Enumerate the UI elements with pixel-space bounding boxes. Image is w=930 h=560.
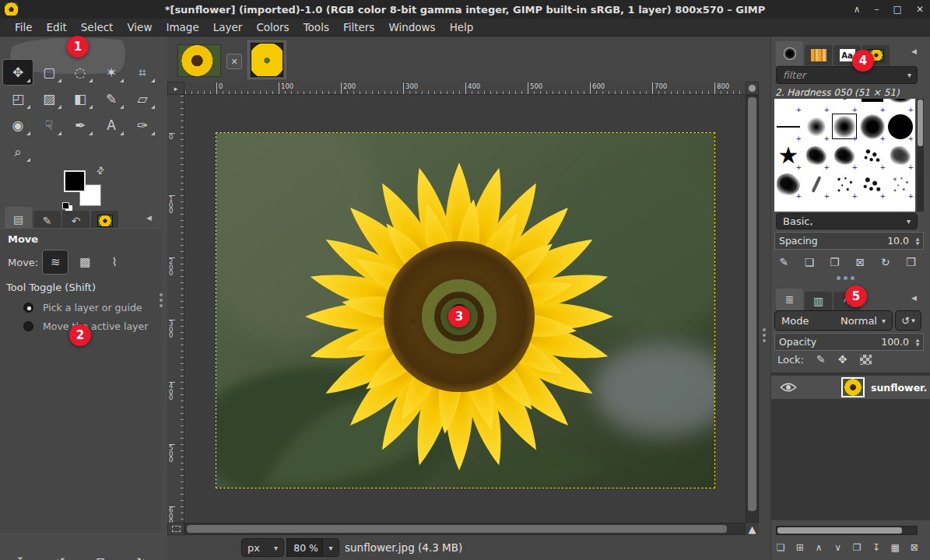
edit-brush-button[interactable]: ✎ bbox=[774, 253, 794, 271]
menu-filters[interactable]: Filters bbox=[336, 21, 381, 33]
image-tab-sunflower[interactable] bbox=[177, 44, 221, 77]
zoom-level-dropdown-button[interactable]: ▾ bbox=[322, 538, 339, 557]
paintbrush-tool-button[interactable]: ✎ bbox=[97, 86, 126, 111]
quick-mask-toggle-button[interactable] bbox=[167, 523, 184, 535]
new-brush-button[interactable]: ❏ bbox=[799, 253, 819, 271]
image-tab-active[interactable] bbox=[247, 40, 286, 79]
foreground-color-swatch[interactable] bbox=[64, 170, 86, 192]
tab-channels[interactable]: ▥ bbox=[805, 292, 832, 310]
menu-view[interactable]: View bbox=[120, 21, 159, 33]
shade-window-button[interactable]: ∧ bbox=[854, 0, 861, 19]
delete-brush-button[interactable]: ⊠ bbox=[850, 253, 870, 271]
lock-alpha-button[interactable] bbox=[860, 355, 872, 365]
layer-name[interactable]: sunflower. bbox=[871, 382, 927, 394]
navigation-button[interactable]: ▲ bbox=[746, 523, 759, 535]
brush-grid-scrollbar[interactable] bbox=[917, 99, 924, 212]
duplicate-layer-button[interactable]: ❐ bbox=[848, 538, 865, 557]
brush-thumbnail[interactable] bbox=[802, 112, 830, 141]
move-selection-option-button[interactable]: ▩ bbox=[72, 250, 97, 274]
brushes-dock-menu-button[interactable]: ◀ bbox=[911, 47, 917, 55]
menu-colors[interactable]: Colors bbox=[249, 21, 296, 33]
zoom-tool-button[interactable]: ⌕ bbox=[3, 139, 33, 164]
brush-thumbnail[interactable] bbox=[886, 141, 914, 170]
brush-thumbnail[interactable] bbox=[886, 99, 914, 112]
brush-thumbnail[interactable] bbox=[886, 112, 914, 141]
opacity-spinner[interactable]: ▲ ▼ bbox=[912, 334, 923, 350]
fuzzy-select-tool-button[interactable]: ✶ bbox=[97, 60, 126, 85]
opacity-control[interactable]: Opacity 100.0 ▲ ▼ bbox=[774, 333, 924, 351]
minimize-button[interactable]: – bbox=[875, 0, 879, 19]
brush-thumbnail[interactable] bbox=[830, 99, 858, 112]
brush-thumbnail[interactable] bbox=[802, 141, 830, 170]
layer-mode-select[interactable]: Mode Normal ▾ bbox=[774, 310, 893, 331]
chevron-down-icon[interactable]: ▾ bbox=[907, 71, 917, 79]
left-dock-resize-handle[interactable] bbox=[160, 293, 163, 296]
add-layer-mask-button[interactable]: ▦ bbox=[886, 538, 904, 557]
vertical-scrollbar[interactable] bbox=[746, 95, 759, 523]
duplicate-brush-button[interactable]: ❐ bbox=[825, 253, 845, 271]
open-brush-as-image-button[interactable]: ❒ bbox=[901, 253, 921, 271]
transform-tool-button[interactable]: ◰ bbox=[3, 86, 33, 111]
brush-thumbnail[interactable] bbox=[774, 112, 802, 141]
refresh-brushes-button[interactable]: ↻ bbox=[876, 253, 896, 271]
spin-down-icon[interactable]: ▼ bbox=[916, 342, 920, 347]
lower-layer-button[interactable]: ∨ bbox=[830, 538, 847, 557]
tab-layers[interactable]: ≣ bbox=[776, 289, 803, 310]
crop-tool-button[interactable]: ⌗ bbox=[128, 60, 157, 85]
gradient-tool-button[interactable]: ▨ bbox=[34, 86, 64, 111]
menu-select[interactable]: Select bbox=[74, 21, 121, 33]
spin-down-icon[interactable]: ▼ bbox=[916, 241, 920, 246]
brush-thumbnail-selected[interactable] bbox=[830, 112, 858, 141]
maximize-button[interactable]: □ bbox=[893, 0, 902, 19]
brush-thumbnail[interactable] bbox=[830, 141, 858, 170]
menu-windows[interactable]: Windows bbox=[381, 21, 442, 33]
vertical-ruler[interactable]: 0 100 200 300 400 500 600 bbox=[167, 95, 184, 523]
spacing-control[interactable]: Spacing 10.0 ▲ ▼ bbox=[774, 232, 924, 250]
new-layer-group-button[interactable]: ⊞ bbox=[791, 538, 809, 557]
mode-group-switch-button[interactable]: ↺ ▾ bbox=[895, 310, 921, 331]
move-tool-button[interactable]: ✥ bbox=[3, 60, 33, 85]
restore-tool-preset-button[interactable]: ↺ bbox=[51, 552, 71, 560]
brush-thumbnail[interactable] bbox=[774, 99, 802, 112]
brush-thumbnail[interactable] bbox=[802, 170, 830, 198]
right-dock-resize-handle[interactable] bbox=[763, 328, 766, 331]
rectangle-select-tool-button[interactable]: ▢ bbox=[34, 60, 64, 85]
clone-tool-button[interactable]: ◉ bbox=[3, 113, 33, 138]
reset-tool-options-button[interactable]: ↻ bbox=[131, 552, 151, 560]
brush-group-select[interactable]: Basic, ▾ bbox=[776, 213, 918, 229]
brush-thumbnail[interactable] bbox=[774, 170, 802, 198]
brush-thumbnail[interactable]: ★ bbox=[774, 141, 802, 170]
close-button[interactable]: ✕ bbox=[916, 0, 924, 19]
layers-dock-menu-button[interactable]: ◀ bbox=[911, 294, 917, 302]
lock-position-button[interactable]: ✥ bbox=[838, 353, 848, 366]
move-layer-option-button[interactable]: ≋ bbox=[43, 250, 68, 274]
layer-list-scrollbar[interactable] bbox=[776, 526, 918, 535]
menu-layer[interactable]: Layer bbox=[206, 21, 250, 33]
free-select-tool-button[interactable]: ◌ bbox=[65, 60, 95, 85]
unit-select[interactable]: px ▾ bbox=[241, 538, 284, 557]
tab-patterns[interactable] bbox=[805, 45, 832, 65]
move-active-layer-radio[interactable] bbox=[23, 321, 33, 331]
text-tool-button[interactable]: A bbox=[97, 113, 126, 138]
brush-thumbnail[interactable] bbox=[858, 99, 886, 112]
menu-file[interactable]: File bbox=[8, 21, 40, 33]
menu-tools[interactable]: Tools bbox=[297, 21, 336, 33]
brush-thumbnail[interactable] bbox=[886, 170, 914, 198]
lock-pixels-button[interactable]: ✎ bbox=[816, 353, 826, 366]
brush-grid-scrollbar-thumb[interactable] bbox=[918, 100, 923, 146]
smudge-tool-button[interactable]: ☟ bbox=[34, 113, 64, 138]
menu-edit[interactable]: Edit bbox=[40, 21, 74, 33]
paths-tool-button[interactable]: ✒ bbox=[65, 113, 95, 138]
horizontal-ruler[interactable]: 0 100 200 300 400 500 600 700 800 bbox=[184, 82, 746, 95]
move-path-option-button[interactable]: ⌇ bbox=[102, 250, 127, 274]
layer-thumbnail[interactable] bbox=[841, 377, 865, 397]
swap-colors-icon[interactable]: ⇄ bbox=[93, 163, 107, 177]
pick-layer-radio[interactable] bbox=[23, 303, 33, 313]
delete-layer-button[interactable]: ⊠ bbox=[906, 538, 923, 557]
menu-help[interactable]: Help bbox=[443, 21, 481, 33]
ruler-corner-menu-button[interactable]: ▸ bbox=[167, 82, 184, 95]
new-layer-button[interactable]: ❏ bbox=[772, 538, 789, 557]
bucket-fill-tool-button[interactable]: ◧ bbox=[65, 86, 95, 111]
raise-layer-button[interactable]: ∧ bbox=[810, 538, 827, 557]
brush-filter-input[interactable] bbox=[777, 69, 907, 81]
